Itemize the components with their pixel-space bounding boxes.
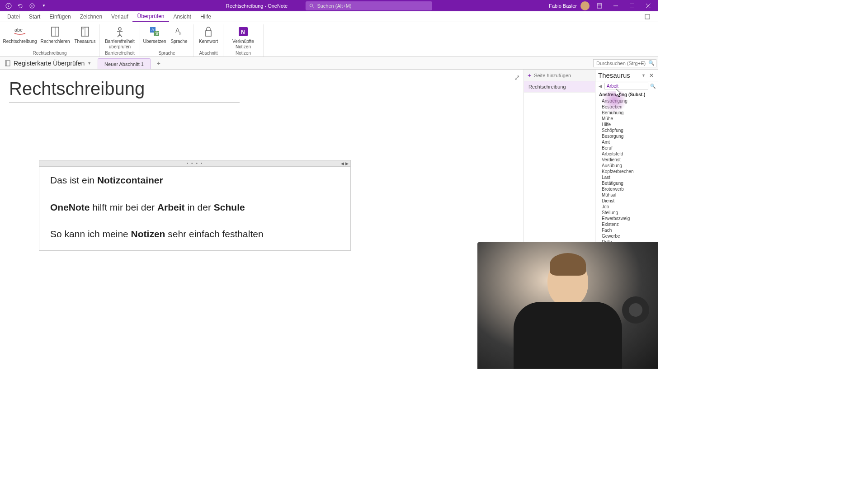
thesaurus-group-header[interactable]: Anstrengung (Subst.) — [595, 91, 658, 98]
ribbon-mode-icon[interactable] — [593, 1, 606, 10]
add-section-button[interactable]: + — [154, 59, 163, 68]
ribbon-group: NVerknüpfte NotizenNotizen — [223, 24, 264, 56]
thesaurus-item[interactable]: Mühsal — [595, 192, 658, 198]
ribbon-button[interactable]: Recherchieren — [38, 24, 72, 51]
svg-text:A: A — [151, 28, 154, 32]
undo-icon[interactable] — [17, 3, 24, 9]
pane-close-icon[interactable]: ✕ — [647, 72, 656, 79]
onenote-icon: N — [237, 25, 250, 38]
close-icon[interactable] — [642, 1, 655, 10]
titlebar: ▼ Rechtschreibung - OneNote Fabio Basler — [0, 0, 658, 11]
svg-text:N: N — [241, 29, 245, 35]
lock-icon — [202, 25, 215, 38]
thesaurus-item[interactable]: Last — [595, 174, 658, 180]
ribbon-button[interactable]: Barrierefreiheit überprüfen — [103, 24, 137, 51]
menubar-item-ansicht[interactable]: Ansicht — [169, 11, 196, 22]
ribbon-button[interactable]: Thesaurus — [73, 24, 97, 51]
note-body[interactable]: Das ist ein Notizcontainer OneNote hilft… — [39, 167, 350, 250]
ribbon-group: A文ÜbersetzenAaSpracheSprache — [140, 24, 194, 56]
thesaurus-item[interactable]: Gewerbe — [595, 233, 658, 239]
pane-back-icon[interactable]: ◀ — [597, 83, 604, 89]
thesaurus-search-icon[interactable]: 🔍 — [649, 84, 656, 89]
thesaurus-item[interactable]: Bemühung — [595, 110, 658, 116]
section-tab[interactable]: Neuer Abschnitt 1 — [98, 58, 151, 69]
maximize-icon[interactable] — [626, 1, 638, 10]
ribbon-group-label: Notizen — [236, 51, 251, 56]
thesaurus-item[interactable]: Job — [595, 204, 658, 210]
ribbon-button[interactable]: abcRechtschreibung — [3, 24, 37, 51]
lang-icon: Aa — [173, 25, 185, 38]
canvas[interactable]: ⤢ Rechtschreibung • • • • ◀ ▶ Das ist ei… — [0, 70, 524, 369]
page-title[interactable]: Rechtschreibung — [9, 79, 524, 99]
svg-point-4 — [310, 4, 313, 7]
pane-options-icon[interactable]: ▼ — [640, 73, 647, 78]
grip-icon[interactable]: • • • • — [187, 161, 203, 166]
thesaurus-item[interactable]: Erwerbszweig — [595, 216, 658, 221]
menubar-item-start[interactable]: Start — [24, 11, 45, 22]
page-list-item[interactable]: Rechtschreibung — [524, 81, 595, 93]
thesaurus-item[interactable]: Bestreben — [595, 104, 658, 110]
resize-arrows-icon[interactable]: ◀ ▶ — [341, 161, 349, 166]
svg-text:文: 文 — [155, 31, 159, 36]
thesaurus-item[interactable]: Verdienst — [595, 157, 658, 163]
thesaurus-item[interactable]: Existenz — [595, 221, 658, 227]
thesaurus-search-input[interactable] — [604, 83, 648, 89]
ribbon-button[interactable]: AaSprache — [167, 24, 191, 51]
ribbon: abcRechtschreibungRecherchierenThesaurus… — [0, 22, 658, 57]
thesaurus-item[interactable]: Stellung — [595, 210, 658, 216]
thesaurus-item[interactable]: Mühe — [595, 116, 658, 122]
thesaurus-item[interactable]: Amt — [595, 139, 658, 145]
search-icon[interactable]: 🔍 — [648, 60, 655, 66]
minimize-icon[interactable] — [609, 1, 622, 10]
book-icon — [49, 25, 61, 38]
note-container[interactable]: • • • • ◀ ▶ Das ist ein Notizcontainer O… — [39, 160, 351, 251]
thesaurus-item[interactable]: Besorgung — [595, 133, 658, 139]
search-box[interactable] — [306, 1, 432, 10]
thesaurus-item[interactable]: Ausübung — [595, 163, 658, 169]
access-icon — [113, 25, 126, 38]
back-icon[interactable] — [5, 3, 12, 9]
thesaurus-item[interactable]: Arbeitsfeld — [595, 151, 658, 157]
thesaurus-item[interactable]: Fach — [595, 227, 658, 233]
add-page-button[interactable]: + Seite hinzufügen — [524, 70, 595, 81]
menubar-item-zeichnen[interactable]: Zeichnen — [75, 11, 107, 22]
svg-point-19 — [118, 28, 121, 30]
menubar-item-hilfe[interactable]: Hilfe — [196, 11, 216, 22]
thesaurus-item[interactable]: Schöpfung — [595, 127, 658, 133]
thesaurus-item[interactable]: Hilfe — [595, 122, 658, 127]
ribbon-button[interactable]: Kennwort — [197, 24, 220, 51]
ribbon-button[interactable]: A文Übersetzen — [143, 24, 166, 51]
thesaurus-item[interactable]: Anstrengung — [595, 98, 658, 104]
notebook-dropdown[interactable]: Registerkarte Überprüfen ▼ — [0, 60, 96, 67]
menubar-item-einfügen[interactable]: Einfügen — [45, 11, 75, 22]
ribbon-button[interactable]: NVerknüpfte Notizen — [226, 24, 260, 51]
book2-icon — [79, 25, 91, 38]
avatar[interactable] — [580, 1, 590, 10]
thesaurus-item[interactable]: Beruf — [595, 145, 658, 151]
svg-point-0 — [6, 3, 11, 9]
menubar-item-überprüfen[interactable]: Überprüfen — [132, 11, 169, 22]
thesaurus-item[interactable]: Dienst — [595, 198, 658, 204]
title-underline — [9, 103, 240, 103]
ribbon-group: abcRechtschreibungRecherchierenThesaurus… — [0, 24, 100, 56]
nav-search[interactable]: 🔍 — [593, 59, 656, 67]
svg-text:abc: abc — [14, 27, 23, 33]
ribbon-group-label: Barrierefreiheit — [105, 51, 135, 56]
note-container-header[interactable]: • • • • ◀ ▶ — [39, 160, 350, 167]
expand-icon[interactable]: ⤢ — [514, 73, 520, 82]
svg-rect-26 — [206, 31, 211, 36]
dropdown-icon[interactable]: ▼ — [41, 3, 47, 9]
thesaurus-item[interactable]: Kopfzerbrechen — [595, 169, 658, 174]
menubar-item-datei[interactable]: Datei — [3, 11, 24, 22]
search-input[interactable] — [317, 3, 429, 9]
user-name[interactable]: Fabio Basler — [549, 3, 577, 9]
svg-point-1 — [30, 4, 34, 8]
menubar-item-verlauf[interactable]: Verlauf — [107, 11, 132, 22]
nav-search-input[interactable] — [593, 59, 656, 67]
touch-icon[interactable] — [29, 3, 35, 9]
svg-point-3 — [33, 5, 33, 6]
plus-icon: + — [528, 72, 531, 79]
fullscreen-icon[interactable] — [641, 12, 654, 21]
thesaurus-item[interactable]: Broterwerb — [595, 186, 658, 192]
thesaurus-item[interactable]: Betätigung — [595, 180, 658, 186]
